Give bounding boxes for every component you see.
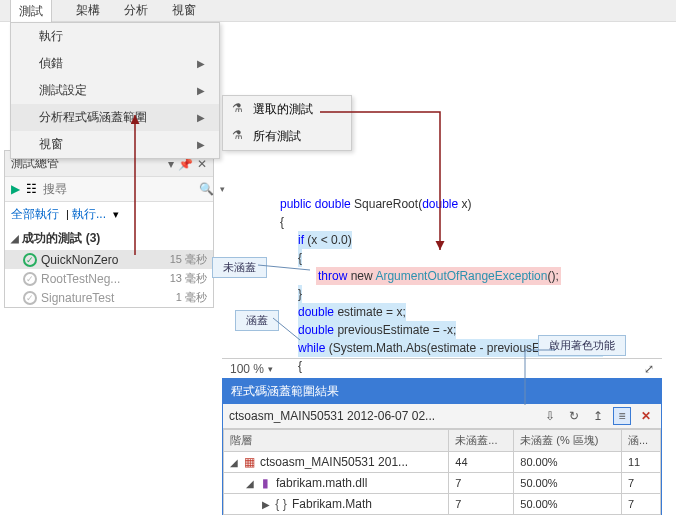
table-row[interactable]: ◢▦ctsoasm_MAIN50531 201... 4480.00%11 bbox=[224, 452, 661, 473]
results-toolbar: ctsoasm_MAIN50531 2012-06-07 02... ⇩ ↻ ↥… bbox=[223, 404, 661, 429]
search-icon[interactable]: 🔍 bbox=[199, 180, 214, 198]
expander-icon[interactable]: ◢ bbox=[246, 478, 254, 489]
expander-icon[interactable]: ◢ bbox=[230, 457, 238, 468]
code-coverage-submenu: ⚗ 選取的測試 ⚗ 所有測試 bbox=[222, 95, 352, 151]
test-row[interactable]: ✓ RootTestNeg... 13 毫秒 bbox=[5, 269, 213, 288]
pass-icon: ✓ bbox=[23, 291, 37, 305]
results-combo[interactable]: ctsoasm_MAIN50531 2012-06-07 02... bbox=[229, 409, 535, 423]
flask-check-icon: ⚗ bbox=[229, 100, 245, 116]
col-covered[interactable]: 涵... bbox=[621, 430, 660, 452]
dll-icon: ▮ bbox=[258, 476, 272, 490]
namespace-icon: { } bbox=[274, 497, 288, 511]
menu-architecture[interactable]: 架構 bbox=[76, 2, 100, 19]
run-all-link[interactable]: 全部執行 bbox=[11, 207, 59, 221]
annotation-covered: 涵蓋 bbox=[235, 310, 279, 331]
chevron-right-icon: ▶ bbox=[197, 58, 205, 69]
refresh-icon[interactable]: ↻ bbox=[565, 407, 583, 425]
results-table: 階層 未涵蓋... 未涵蓋 (% 區塊) 涵... ◢▦ctsoasm_MAIN… bbox=[223, 429, 661, 515]
menu-item-run[interactable]: 執行 bbox=[11, 23, 219, 50]
zoom-value: 100 % bbox=[230, 362, 264, 376]
submenu-selected-tests[interactable]: ⚗ 選取的測試 bbox=[223, 96, 351, 123]
chevron-right-icon: ▶ bbox=[197, 85, 205, 96]
test-group-passed[interactable]: ◢ 成功的測試 (3) bbox=[5, 227, 213, 250]
results-title: 程式碼涵蓋範圍結果 bbox=[223, 379, 661, 404]
expander-icon: ◢ bbox=[11, 233, 19, 244]
test-row[interactable]: ✓ QuickNonZero 15 毫秒 bbox=[5, 250, 213, 269]
chevron-right-icon: ▶ bbox=[197, 112, 205, 123]
run-link[interactable]: 執行... bbox=[72, 207, 106, 221]
annotation-coloring: 啟用著色功能 bbox=[538, 335, 626, 356]
coloring-toggle-button[interactable]: ≡ bbox=[613, 407, 631, 425]
pass-icon: ✓ bbox=[23, 272, 37, 286]
test-row[interactable]: ✓ SignatureTest 1 毫秒 bbox=[5, 288, 213, 307]
menu-item-test-settings[interactable]: 測試設定▶ bbox=[11, 77, 219, 104]
zoom-bar: 100 % ▾ ⤢ bbox=[222, 358, 662, 379]
panel-toolbar: ▶ ☷ 🔍 ▾ bbox=[5, 176, 213, 202]
chevron-right-icon: ▶ bbox=[197, 139, 205, 150]
menu-item-windows[interactable]: 視窗▶ bbox=[11, 131, 219, 158]
menu-item-debug[interactable]: 偵錯▶ bbox=[11, 50, 219, 77]
menu-test[interactable]: 測試 bbox=[10, 0, 52, 23]
not-covered-line: throw new ArgumentOutOfRangeException(); bbox=[316, 267, 561, 285]
expander-icon[interactable]: ▶ bbox=[262, 499, 270, 510]
assembly-icon: ▦ bbox=[242, 455, 256, 469]
export-icon[interactable]: ↥ bbox=[589, 407, 607, 425]
menu-window[interactable]: 視窗 bbox=[172, 2, 196, 19]
annotation-not-covered: 未涵蓋 bbox=[212, 257, 267, 278]
import-icon[interactable]: ⇩ bbox=[541, 407, 559, 425]
flask-icon: ⚗ bbox=[229, 127, 245, 143]
pass-icon: ✓ bbox=[23, 253, 37, 267]
table-row[interactable]: ◢▮fabrikam.math.dll 750.00%7 bbox=[224, 473, 661, 494]
code-coverage-results-panel: 程式碼涵蓋範圍結果 ctsoasm_MAIN50531 2012-06-07 0… bbox=[222, 378, 662, 515]
menu-item-code-coverage[interactable]: 分析程式碼涵蓋範圍▶ bbox=[11, 104, 219, 131]
col-hierarchy[interactable]: 階層 bbox=[224, 430, 449, 452]
table-row[interactable]: ▶{ }Fabrikam.Math 750.00%7 bbox=[224, 494, 661, 515]
expand-icon[interactable]: ⤢ bbox=[644, 362, 654, 376]
run-icon[interactable]: ▶ bbox=[11, 180, 20, 198]
col-not-covered[interactable]: 未涵蓋... bbox=[449, 430, 514, 452]
col-not-covered-pct[interactable]: 未涵蓋 (% 區塊) bbox=[514, 430, 622, 452]
zoom-caret-icon[interactable]: ▾ bbox=[268, 364, 273, 374]
panel-links: 全部執行 | 執行... ▾ bbox=[5, 202, 213, 227]
menu-bar: 測試 架構 分析 視窗 bbox=[0, 0, 676, 22]
submenu-all-tests[interactable]: ⚗ 所有測試 bbox=[223, 123, 351, 150]
test-explorer-panel: 測試總管 ▾ 📌 ✕ ▶ ☷ 🔍 ▾ 全部執行 | 執行... ▾ ◢ 成功的測… bbox=[4, 150, 214, 308]
test-menu-dropdown: 執行 偵錯▶ 測試設定▶ 分析程式碼涵蓋範圍▶ 視窗▶ bbox=[10, 22, 220, 159]
search-input[interactable] bbox=[43, 182, 193, 196]
dropdown-caret-icon[interactable]: ▾ bbox=[220, 184, 225, 194]
group-icon[interactable]: ☷ bbox=[26, 180, 37, 198]
menu-analyze[interactable]: 分析 bbox=[124, 2, 148, 19]
delete-icon[interactable]: ✕ bbox=[637, 407, 655, 425]
